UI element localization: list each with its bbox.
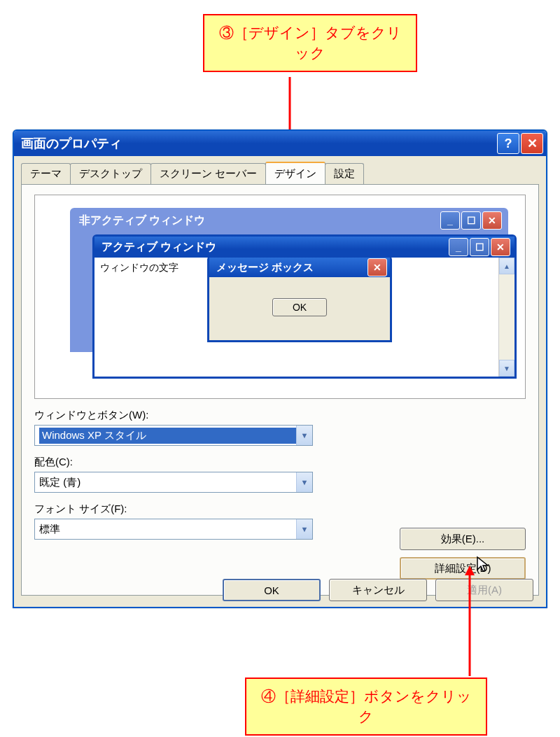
preview-area: 非アクティブ ウィンドウ _ ☐ ✕ アクティブ ウィンドウ _ ☐ ✕ ウィン… bbox=[34, 195, 526, 399]
scroll-up-icon[interactable]: ▲ bbox=[499, 258, 514, 274]
scroll-down-icon[interactable]: ▼ bbox=[499, 360, 514, 377]
font-size-combo[interactable]: 標準 ▼ bbox=[34, 519, 313, 540]
color-combo[interactable]: 既定 (青) ▼ bbox=[34, 472, 313, 493]
minimize-icon: _ bbox=[440, 211, 460, 230]
minimize-icon: _ bbox=[449, 238, 468, 256]
maximize-icon: ☐ bbox=[461, 211, 481, 230]
close-icon: ✕ bbox=[482, 211, 502, 230]
preview-active-title-text: アクティブ ウィンドウ bbox=[102, 240, 216, 255]
preview-msgbox-title-text: メッセージ ボックス bbox=[216, 261, 314, 274]
close-icon: ✕ bbox=[368, 258, 387, 276]
ok-button[interactable]: OK bbox=[223, 579, 321, 601]
font-size-label: フォント サイズ(F): bbox=[34, 503, 526, 516]
color-label: 配色(C): bbox=[34, 456, 526, 469]
maximize-icon: ☐ bbox=[470, 238, 489, 256]
preview-inactive-title-text: 非アクティブ ウィンドウ bbox=[79, 213, 205, 228]
color-value: 既定 (青) bbox=[39, 476, 296, 489]
tab-theme[interactable]: テーマ bbox=[21, 163, 71, 184]
callout-top: ③［デザイン］タブをクリック bbox=[203, 14, 417, 72]
tab-content-design: 非アクティブ ウィンドウ _ ☐ ✕ アクティブ ウィンドウ _ ☐ ✕ ウィン… bbox=[21, 184, 539, 596]
preview-msgbox-body: OK bbox=[209, 277, 390, 337]
windows-buttons-value: Windows XP スタイル bbox=[39, 428, 296, 444]
chevron-down-icon[interactable]: ▼ bbox=[296, 519, 312, 539]
font-size-value: 標準 bbox=[39, 523, 296, 536]
preview-active-titlebar: アクティブ ウィンドウ _ ☐ ✕ bbox=[94, 237, 514, 258]
tab-settings[interactable]: 設定 bbox=[325, 163, 364, 184]
tab-desktop[interactable]: デスクトップ bbox=[70, 163, 151, 184]
close-button[interactable]: ✕ bbox=[521, 133, 543, 154]
dialog-title: 画面のプロパティ bbox=[21, 135, 496, 152]
preview-msgbox-ok-button: OK bbox=[272, 298, 327, 316]
apply-button[interactable]: 適用(A) bbox=[435, 579, 533, 601]
svg-marker-3 bbox=[465, 566, 475, 575]
preview-message-box: メッセージ ボックス ✕ OK bbox=[207, 255, 392, 342]
titlebar: 画面のプロパティ ? ✕ bbox=[14, 131, 546, 156]
arrow-bottom bbox=[469, 567, 470, 675]
chevron-down-icon[interactable]: ▼ bbox=[296, 426, 312, 445]
chevron-down-icon[interactable]: ▼ bbox=[296, 472, 312, 492]
tab-strip: テーマ デスクトップ スクリーン セーバー デザイン 設定 bbox=[14, 156, 546, 184]
close-icon: ✕ bbox=[491, 238, 510, 256]
cancel-button[interactable]: キャンセル bbox=[329, 579, 427, 601]
windows-buttons-combo[interactable]: Windows XP スタイル ▼ bbox=[34, 425, 313, 446]
tab-design[interactable]: デザイン bbox=[265, 162, 326, 184]
display-properties-dialog: 画面のプロパティ ? ✕ テーマ デスクトップ スクリーン セーバー デザイン … bbox=[13, 129, 547, 608]
tab-screensaver[interactable]: スクリーン セーバー bbox=[150, 163, 266, 184]
preview-inactive-titlebar: 非アクティブ ウィンドウ _ ☐ ✕ bbox=[72, 210, 506, 231]
callout-bottom: ④［詳細設定］ボタンをクリック bbox=[245, 678, 487, 736]
effects-button[interactable]: 効果(E)... bbox=[400, 528, 526, 550]
preview-msgbox-titlebar: メッセージ ボックス ✕ bbox=[209, 258, 390, 277]
dialog-button-row: OK キャンセル 適用(A) bbox=[223, 579, 533, 601]
windows-buttons-label: ウィンドウとボタン(W): bbox=[34, 409, 526, 422]
scrollbar[interactable]: ▲ ▼ bbox=[498, 258, 514, 377]
preview-window-text: ウィンドウの文字 bbox=[94, 258, 184, 377]
help-button[interactable]: ? bbox=[497, 133, 519, 154]
